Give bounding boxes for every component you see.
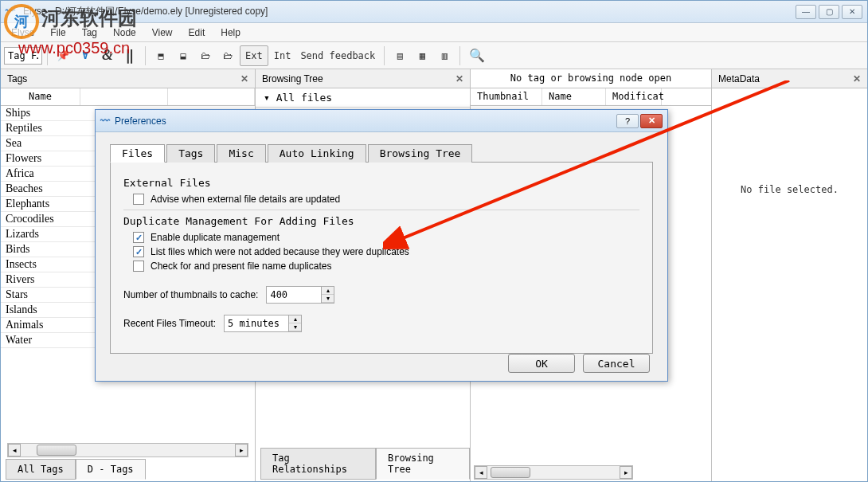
menu-view[interactable]: View [145,25,180,41]
separator-icon [47,46,48,65]
cancel-button[interactable]: Cancel [583,354,650,373]
ok-button[interactable]: OK [508,354,575,373]
spinner-buttons[interactable]: ▴▾ [322,286,334,304]
checkbox-advise-external[interactable]: Advise when external file details are up… [133,194,639,205]
checkbox-icon[interactable] [133,246,144,257]
separator-icon [459,46,460,65]
recent-timeout-input[interactable]: 5 minutes [224,315,289,332]
close-icon[interactable]: ✕ [853,73,861,84]
tab-browsing-tree[interactable]: Browsing Tree [376,448,470,480]
minimize-button[interactable]: — [796,5,816,19]
scroll-right-icon[interactable]: ▸ [620,466,632,479]
tag-filter-input[interactable] [4,47,42,65]
tag-col-name[interactable]: Name [1,88,80,105]
menu-elyse[interactable]: Elyse [4,25,41,41]
checkbox-check-name-dup[interactable]: Check for and present file name duplicat… [133,261,639,272]
no-file-message: No file selected. [712,88,867,195]
maximize-button[interactable]: ▢ [819,5,839,19]
scroll-left-icon[interactable]: ◂ [475,466,487,479]
window-controls: — ▢ ✕ [796,5,862,19]
spinner-buttons[interactable]: ▴▾ [289,315,302,332]
chevron-up-icon[interactable]: ▴ [289,315,301,323]
chevron-down-icon[interactable]: ▾ [289,323,301,331]
detail-view-icon[interactable]: ▥ [434,45,455,66]
checkbox-icon[interactable] [133,232,144,243]
metadata-panel-header: MetaData ✕ [712,69,867,88]
h-scrollbar[interactable]: ◂ ▸ [474,465,633,480]
all-files-node[interactable]: ▾ All files [256,88,470,108]
close-button[interactable]: ✕ [842,5,862,19]
search-icon[interactable]: 🔍 [465,45,489,66]
or-icon[interactable]: ‖ [119,45,140,66]
ampersand-icon[interactable]: & [97,45,118,66]
pin-icon[interactable]: 📌 [53,45,73,66]
scroll-right-icon[interactable]: ▸ [235,444,248,457]
menu-help[interactable]: Help [213,25,248,41]
checkbox-icon[interactable] [133,261,144,272]
import-icon[interactable]: ⬒ [151,45,171,66]
no-tag-message: No tag or browsing node open [471,69,712,88]
checkbox-label: List files which were not added because … [151,246,409,257]
menu-tag[interactable]: Tag [75,25,104,41]
ext-button[interactable]: Ext [240,45,268,66]
dialog-titlebar: 〰 Preferences ? ✕ [96,110,667,132]
browsing-panel-header: Browsing Tree ✕ [256,69,471,88]
app-icon: 〰 [6,6,18,18]
checkbox-label: Enable duplicate management [151,232,280,243]
separator-icon [384,46,385,65]
scroll-thumb[interactable] [491,467,530,478]
grid-view-icon[interactable]: ▦ [412,45,432,66]
menu-file[interactable]: File [43,25,72,41]
export-icon[interactable]: ⬓ [173,45,194,66]
close-icon[interactable]: ✕ [240,73,248,84]
separator-icon [145,46,146,65]
file-col-name[interactable]: Name [542,88,606,105]
app-icon: 〰 [100,116,110,127]
int-button[interactable]: Int [270,45,295,66]
help-button[interactable]: ? [616,114,639,128]
checkbox-icon[interactable] [133,194,144,205]
style-icon[interactable]: Ɐ [75,45,96,66]
open-icon[interactable]: 🗁 [195,45,216,66]
checkbox-label: Advise when external file details are up… [151,194,340,205]
menu-node[interactable]: Node [106,25,143,41]
send-feedback-button[interactable]: Send feedback [296,45,379,66]
scroll-thumb[interactable] [37,445,76,456]
close-icon[interactable]: ✕ [456,73,463,84]
menu-bar: Elyse File Tag Node View Edit Help [1,23,867,42]
checkbox-enable-dup[interactable]: Enable duplicate management [133,232,639,243]
tab-tags[interactable]: Tags [166,144,215,163]
tab-d-tags[interactable]: D - Tags [76,459,146,480]
file-col-thumbnail[interactable]: Thumbnail [471,88,542,105]
checkbox-list-not-added[interactable]: List files which were not added because … [133,246,639,257]
chevron-down-icon[interactable]: ▾ [322,295,334,303]
open2-icon[interactable]: 🗁 [217,45,238,66]
checkbox-label: Check for and present file name duplicat… [151,261,331,272]
list-view-icon[interactable]: ▤ [389,45,410,66]
dialog-buttons: OK Cancel [508,354,650,373]
tab-tag-relationships[interactable]: Tag Relationships [260,448,376,480]
file-columns: Thumbnail Name Modificat [471,88,711,106]
dialog-close-button[interactable]: ✕ [640,114,663,128]
file-col-modified[interactable]: Modificat [606,88,662,105]
tab-files[interactable]: Files [110,144,165,163]
tab-auto-linking[interactable]: Auto Linking [268,144,366,163]
panel-headers-row: Tags ✕ Browsing Tree ✕ No tag or browsin… [1,69,867,88]
tags-panel-title: Tags [7,73,27,84]
h-scrollbar[interactable]: ◂ ▸ [7,443,248,457]
tab-all-tags[interactable]: All Tags [6,459,76,480]
main-window: 〰 Elyse - D:/河东软件园/Elyse/demo.ely [Unreg… [0,0,868,482]
tags-panel-header: Tags ✕ [1,69,256,88]
tag-col-2[interactable] [80,88,168,105]
dialog-controls: ? ✕ [616,114,663,128]
metadata-panel: No file selected. [712,88,867,481]
thumbnails-cache-input[interactable]: 400 [266,286,322,304]
menu-edit[interactable]: Edit [182,25,213,41]
chevron-up-icon[interactable]: ▴ [322,287,334,295]
tab-browsing-tree[interactable]: Browsing Tree [368,144,473,163]
window-titlebar: 〰 Elyse - D:/河东软件园/Elyse/demo.ely [Unreg… [1,1,867,23]
scroll-left-icon[interactable]: ◂ [8,444,21,457]
tab-misc[interactable]: Misc [217,144,265,163]
tag-col-3[interactable] [168,88,256,105]
metadata-panel-title: MetaData [718,73,760,84]
